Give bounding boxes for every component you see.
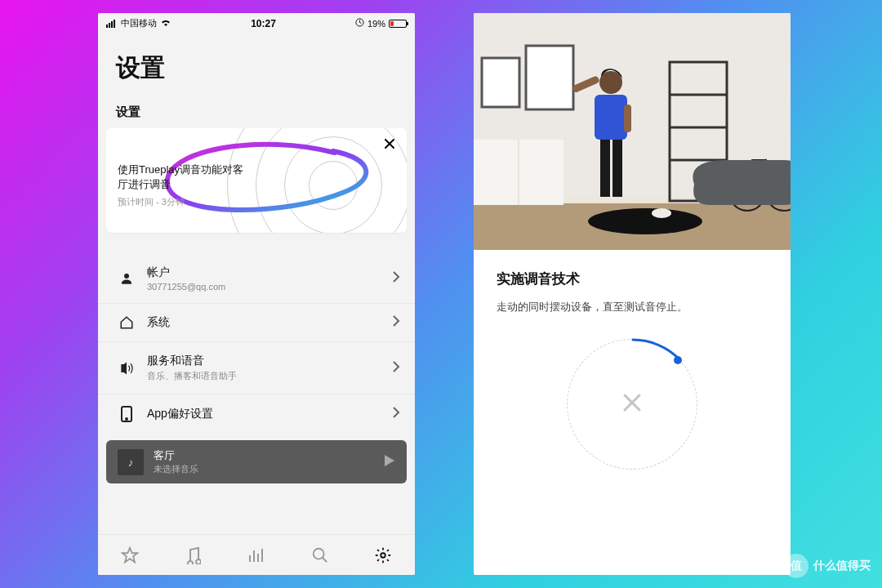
chevron-right-icon xyxy=(392,407,400,421)
now-playing-room: 客厅 xyxy=(154,448,384,463)
row-services[interactable]: 服务和语音 音乐、播客和语音助手 xyxy=(98,341,415,394)
watermark: 值 什么值得买 xyxy=(784,554,871,578)
cancel-dial[interactable] xyxy=(567,339,697,470)
battery-icon xyxy=(389,20,407,28)
music-note-icon: ♪ xyxy=(118,449,144,475)
trueplay-screen: 实施调音技术 走动的同时摆动设备，直至测试音停止。 xyxy=(474,13,791,575)
device-icon xyxy=(114,406,139,422)
svg-rect-15 xyxy=(482,58,519,107)
card-subtitle: 预计时间 - 3分钟 xyxy=(118,196,248,208)
now-playing-bar[interactable]: ♪ 客厅 未选择音乐 xyxy=(106,440,407,483)
svg-rect-1 xyxy=(109,23,110,28)
card-title: 使用Trueplay调音功能对客厅进行调音 xyxy=(118,163,248,191)
watermark-text: 什么值得买 xyxy=(813,559,871,573)
tab-search[interactable] xyxy=(304,546,336,564)
svg-rect-30 xyxy=(624,105,631,132)
svg-rect-3 xyxy=(114,20,115,28)
tab-settings[interactable] xyxy=(367,546,399,564)
tab-rooms[interactable] xyxy=(240,547,273,564)
svg-point-5 xyxy=(124,274,129,278)
svg-rect-27 xyxy=(612,140,622,197)
chevron-right-icon xyxy=(392,271,400,286)
row-title: 帐户 xyxy=(147,265,392,280)
rotation-lock-icon xyxy=(355,18,364,29)
status-bar: 中国移动 10:27 19% xyxy=(98,13,415,33)
svg-point-23 xyxy=(588,208,702,234)
tuning-desc: 走动的同时摆动设备，直至测试音停止。 xyxy=(497,300,768,314)
svg-point-24 xyxy=(652,208,671,218)
svg-rect-25 xyxy=(595,95,627,140)
card-close-button[interactable] xyxy=(381,135,399,153)
svg-rect-26 xyxy=(600,140,610,197)
svg-point-8 xyxy=(313,548,323,559)
page-title: 设置 xyxy=(98,33,415,93)
wifi-icon xyxy=(160,19,172,29)
tab-bar xyxy=(98,534,415,575)
chevron-right-icon xyxy=(392,315,400,330)
section-title: 设置 xyxy=(98,93,415,128)
clock-label: 10:27 xyxy=(251,18,276,29)
carrier-label: 中国移动 xyxy=(121,17,157,29)
row-title: App偏好设置 xyxy=(147,407,392,421)
row-account[interactable]: 帐户 30771255@qq.com xyxy=(98,254,415,303)
row-subtitle: 30771255@qq.com xyxy=(147,282,392,292)
watermark-badge-icon: 值 xyxy=(784,554,808,578)
svg-point-9 xyxy=(381,553,385,558)
tab-music[interactable] xyxy=(176,546,209,564)
hero-illustration xyxy=(474,13,791,250)
row-subtitle: 音乐、播客和语音助手 xyxy=(147,370,392,382)
svg-rect-2 xyxy=(111,21,113,28)
chevron-right-icon xyxy=(392,361,400,376)
signal-icon xyxy=(106,20,118,28)
tuning-title: 实施调音技术 xyxy=(497,270,768,288)
svg-point-28 xyxy=(599,71,622,94)
svg-point-7 xyxy=(126,418,127,420)
voice-icon xyxy=(114,361,139,376)
now-playing-status: 未选择音乐 xyxy=(154,463,384,475)
svg-rect-16 xyxy=(526,46,573,109)
row-app-prefs[interactable]: App偏好设置 xyxy=(98,394,415,434)
row-system[interactable]: 系统 xyxy=(98,303,415,341)
trueplay-card[interactable]: 使用Trueplay调音功能对客厅进行调音 预计时间 - 3分钟 xyxy=(106,128,407,233)
home-icon xyxy=(114,315,139,330)
tab-favorites[interactable] xyxy=(114,546,146,564)
row-title: 系统 xyxy=(147,315,392,330)
svg-rect-0 xyxy=(106,24,108,28)
settings-screen: 中国移动 10:27 19% 设置 设置 xyxy=(98,13,415,575)
play-icon[interactable] xyxy=(384,454,395,470)
person-icon xyxy=(114,271,139,286)
battery-pct-label: 19% xyxy=(368,19,385,29)
row-title: 服务和语音 xyxy=(147,354,392,368)
settings-list: 帐户 30771255@qq.com 系统 服务和语音 xyxy=(98,254,415,434)
progress-dot xyxy=(674,356,682,364)
